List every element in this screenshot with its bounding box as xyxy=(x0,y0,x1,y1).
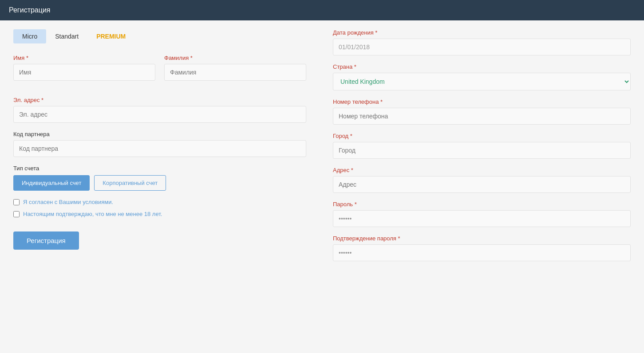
tab-premium[interactable]: PREMIUM xyxy=(87,29,134,43)
phone-input[interactable] xyxy=(333,108,631,125)
country-group: Страна * United Kingdom Russia Germany F… xyxy=(333,63,631,90)
first-name-input[interactable] xyxy=(13,64,155,81)
city-group: Город * xyxy=(333,133,631,159)
email-group: Эл. адрес * xyxy=(13,97,306,123)
partner-code-input[interactable] xyxy=(13,140,306,157)
form-container: Micro Standart PREMIUM Имя * Фамилия * Э… xyxy=(0,29,644,269)
terms-text: Я согласен с Вашими условиями. xyxy=(23,199,113,205)
name-row: Имя * Фамилия * xyxy=(13,55,306,89)
address-label: Адрес * xyxy=(333,167,631,173)
first-name-label: Имя * xyxy=(13,55,155,61)
last-name-input[interactable] xyxy=(164,64,306,81)
dob-label: Дата рождения * xyxy=(333,29,631,36)
dob-group: Дата рождения * xyxy=(333,29,631,55)
password-group: Пароль * xyxy=(333,201,631,227)
phone-label: Номер телефона * xyxy=(333,98,631,105)
corporate-account-button[interactable]: Корпоративный счет xyxy=(94,175,166,191)
plan-tabs: Micro Standart PREMIUM xyxy=(13,29,306,43)
dob-input[interactable] xyxy=(333,39,631,55)
left-column: Micro Standart PREMIUM Имя * Фамилия * Э… xyxy=(13,29,324,269)
confirm-password-label: Подтверждение пароля * xyxy=(333,235,631,242)
phone-group: Номер телефона * xyxy=(333,98,631,125)
city-input[interactable] xyxy=(333,142,631,159)
account-type-buttons: Индивидуальный счет Корпоративный счет xyxy=(13,175,306,191)
partner-code-group: Код партнера xyxy=(13,131,306,157)
confirm-password-input[interactable] xyxy=(333,244,631,261)
email-input[interactable] xyxy=(13,106,306,123)
submit-button[interactable]: Регистрация xyxy=(13,231,79,250)
first-name-group: Имя * xyxy=(13,55,155,81)
tab-standart[interactable]: Standart xyxy=(46,29,87,43)
terms-link[interactable]: Я согласен с Вашими условиями. xyxy=(23,199,113,205)
password-input[interactable] xyxy=(333,210,631,227)
last-name-group: Фамилия * xyxy=(164,55,306,81)
tab-micro[interactable]: Micro xyxy=(13,29,46,43)
country-label: Страна * xyxy=(333,63,631,70)
terms-checkbox[interactable] xyxy=(13,199,20,205)
country-select[interactable]: United Kingdom Russia Germany France USA… xyxy=(333,73,631,90)
age-checkbox[interactable] xyxy=(13,211,20,217)
page-header: Регистрация xyxy=(0,0,644,20)
password-label: Пароль * xyxy=(333,201,631,208)
confirm-password-group: Подтверждение пароля * xyxy=(333,235,631,261)
right-column: Дата рождения * Страна * United Kingdom … xyxy=(324,29,631,269)
age-text: Настоящим подтверждаю, что мне не менее … xyxy=(23,211,162,217)
terms-checkbox-group: Я согласен с Вашими условиями. xyxy=(13,199,306,205)
account-type-section: Тип счета Индивидуальный счет Корпоратив… xyxy=(13,165,306,191)
address-input[interactable] xyxy=(333,176,631,193)
account-type-label: Тип счета xyxy=(13,165,306,172)
partner-code-label: Код партнера xyxy=(13,131,306,137)
page-title: Регистрация xyxy=(9,6,51,14)
city-label: Город * xyxy=(333,133,631,139)
individual-account-button[interactable]: Индивидуальный счет xyxy=(13,175,90,191)
last-name-label: Фамилия * xyxy=(164,55,306,61)
email-label: Эл. адрес * xyxy=(13,97,306,103)
age-checkbox-group: Настоящим подтверждаю, что мне не менее … xyxy=(13,211,306,217)
address-group: Адрес * xyxy=(333,167,631,193)
age-link[interactable]: Настоящим подтверждаю, что мне не менее … xyxy=(23,211,162,217)
